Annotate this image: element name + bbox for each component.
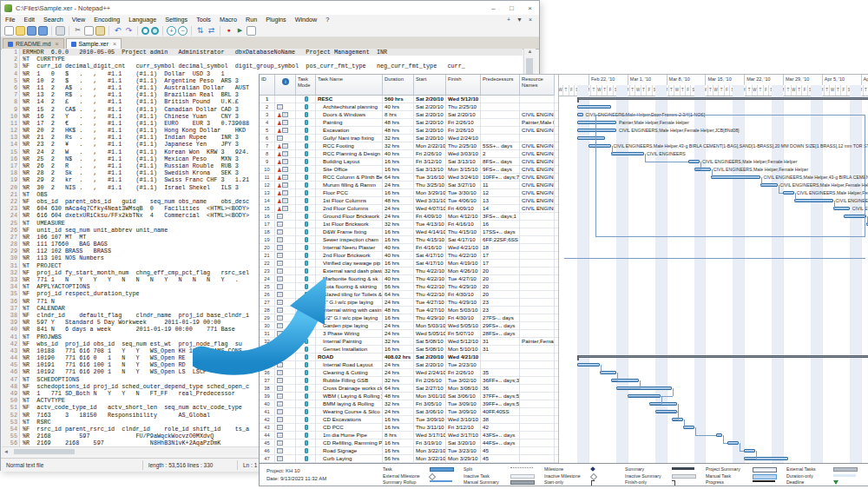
legend-symbol-ext-mile [429, 472, 436, 479]
legend-label: Deadline [786, 479, 804, 485]
close-tab-icon[interactable]: × [529, 17, 532, 23]
column-header-finish[interactable]: Finish [446, 75, 481, 96]
task-row[interactable]: 45CD Refilling, Ramming P16 hrsFri 3/19/… [260, 439, 558, 447]
task-bar[interactable] [577, 105, 610, 109]
column-header-id[interactable]: ID [260, 75, 275, 96]
column-header-resource-names[interactable]: Resource Names [520, 75, 555, 96]
column-header-task-name[interactable]: Task Name [316, 75, 383, 96]
task-row[interactable]: 2Architechtural planning40 hrsSat 2/20/1… [260, 103, 558, 111]
sync-v-icon[interactable]: ⇅ [195, 26, 205, 36]
column-header-start[interactable]: Start [414, 75, 446, 96]
task-row[interactable]: 41Wearing Course & Silco24 hrsSat 3/06/1… [260, 408, 558, 416]
hscroll-thumb[interactable] [14, 449, 75, 454]
column-header-predecessors[interactable]: Predecessors [481, 75, 520, 96]
menu-tools[interactable]: Tools [192, 16, 215, 23]
record-macro-icon[interactable]: ● [224, 26, 233, 36]
menu-file[interactable]: File [1, 16, 20, 23]
task-bar[interactable] [577, 113, 582, 116]
task-row[interactable]: 13♟Floor PCC16 hrsMon 3/29/10Tue 3/30/10… [260, 189, 558, 197]
task-row[interactable]: 42CD Excavations16 hrsTue 3/09/10Wed 3/1… [260, 416, 558, 424]
menu-run[interactable]: Run [241, 16, 261, 23]
tab-sample.xer[interactable]: Sample.xer× [66, 38, 122, 49]
task-row[interactable]: 441m dia Hume Pipe8 hrsWed 3/17/10Wed 3/… [260, 432, 558, 439]
link-line [611, 380, 617, 381]
task-row[interactable]: 16Ground Floor Brickwork24 hrsFri 4/09/1… [260, 213, 558, 221]
cut-icon[interactable]: ✂ [73, 26, 82, 36]
task-row[interactable]: 3♟Doors & Windows8 hrsSat 2/20/10Sat 2/2… [260, 111, 558, 119]
tab-list-icon[interactable]: ▼ [516, 17, 523, 23]
sync-h-icon[interactable]: ⇄ [207, 26, 216, 36]
minimize-icon[interactable]: – [484, 2, 503, 15]
summary-bar[interactable] [577, 355, 868, 358]
task-bar[interactable] [727, 441, 739, 445]
notepadpp-titlebar[interactable]: C:\Files\Sample.xer - Notepad++ – □ × [1, 1, 539, 15]
save-all-icon[interactable] [38, 26, 48, 36]
undo-icon[interactable]: ↶ [113, 26, 122, 36]
task-row[interactable]: 14♟1st Floor Columns48 hrsWed 3/31/10Tue… [260, 197, 558, 205]
menu-encoding[interactable]: Encoding [89, 16, 124, 23]
redo-icon[interactable]: ↷ [124, 26, 134, 36]
tab-close-icon[interactable]: × [55, 41, 58, 47]
menu-help[interactable]: ? [321, 16, 333, 23]
task-bar[interactable] [716, 433, 721, 437]
task-row[interactable]: 43CD PCC16 hrsThu 3/11/10Fri 3/12/1042 [260, 424, 558, 432]
task-bar[interactable] [577, 363, 600, 367]
legend-project-name: Project: KH 10 [266, 467, 326, 475]
task-mode [296, 166, 316, 174]
task-row[interactable]: 40BMM laying & Rolling32 hrsFri 3/05/10T… [260, 400, 558, 408]
task-indicators: ♟ [275, 150, 296, 158]
task-row[interactable]: 171st Floor Brickwork32 hrsTue 4/13/10Fr… [260, 221, 558, 228]
task-row[interactable]: 19Sewer inspection cham16 hrsThu 4/15/10… [260, 236, 558, 244]
task-row[interactable]: 9♟Building Layout16 hrsFri 3/12/10Sat 3/… [260, 158, 558, 166]
menu-search[interactable]: Search [39, 16, 68, 23]
task-row[interactable]: 4♟Painting48 hrsSat 2/20/10Fri 2/26/10Pa… [260, 119, 558, 127]
task-row[interactable]: 6Gully/ Nani trap fixing32 hrsSat 2/20/1… [260, 135, 558, 142]
task-row[interactable]: 15♟2nd Floor Columns24 hrsWed 4/07/10Fri… [260, 205, 558, 213]
task-bar[interactable] [600, 371, 616, 374]
column-header-indicators[interactable]: i [275, 75, 296, 96]
new-tab-icon[interactable]: + [507, 17, 510, 23]
task-start: Tue 4/27/10 [414, 299, 446, 307]
column-header-task-mode[interactable]: Task Mode [296, 75, 316, 96]
task-row[interactable]: 5♟Excavation48 hrsSat 2/20/10Fri 2/26/10… [260, 127, 558, 135]
task-row[interactable]: 38Cross Drainage works cle64 hrsSat 2/27… [260, 385, 558, 393]
link-line [655, 412, 679, 413]
task-row[interactable]: 8♟RCC Planning & Design40 hrsFri 2/26/10… [260, 150, 558, 158]
replace-icon[interactable] [151, 27, 159, 35]
task-row[interactable]: 10♟Site Office16 hrsSat 3/13/10Mon 3/15/… [260, 166, 558, 174]
summary-bar[interactable] [577, 97, 868, 100]
copy-icon[interactable] [84, 26, 94, 36]
column-header-duration[interactable]: Duration [383, 75, 414, 96]
task-bar[interactable] [744, 449, 755, 453]
doc-map-icon[interactable] [247, 26, 256, 36]
close-icon[interactable]: × [521, 2, 539, 15]
menu-settings[interactable]: Settings [161, 16, 192, 23]
task-row[interactable]: 47Curb Laying56 hrsMon 3/22/10Mon 3/29/1… [260, 455, 558, 463]
maximize-icon[interactable]: □ [503, 2, 521, 15]
print-icon[interactable] [56, 26, 65, 36]
task-row[interactable]: 12♟Murum filling & Ramm24 hrsThu 3/25/10… [260, 182, 558, 189]
menu-language[interactable]: Language [124, 16, 161, 23]
play-macro-icon[interactable]: ▶ [235, 26, 245, 36]
menu-macro[interactable]: Macro [215, 16, 241, 23]
save-icon[interactable] [27, 26, 36, 36]
task-finish: Mon 4/26/10 [446, 268, 481, 275]
zoom-in-icon[interactable]: + [167, 26, 176, 36]
task-row[interactable]: 18D&W Frame fixing16 hrsWed 4/14/10Thu 4… [260, 228, 558, 236]
tab-readme.md[interactable]: README.md× [3, 38, 64, 49]
task-row[interactable]: 11♟RCC Column & Plinth Be64 hrsTue 3/16/… [260, 174, 558, 182]
task-row[interactable]: 1RESC560 hrsSat 2/20/10Wed 5/12/10 [260, 96, 558, 103]
menu-view[interactable]: View [68, 16, 89, 23]
tab-close-icon[interactable]: × [113, 41, 116, 47]
open-icon[interactable] [16, 26, 25, 36]
task-row[interactable]: 39WBM ( Laying & Rolling )48 hrsMon 3/01… [260, 393, 558, 400]
menu-window[interactable]: Window [291, 16, 322, 23]
menu-edit[interactable]: Edit [20, 16, 39, 23]
paste-icon[interactable] [95, 26, 105, 36]
find-icon[interactable] [141, 27, 149, 35]
zoom-out-icon[interactable]: − [178, 26, 187, 36]
menu-plugins[interactable]: Plugins [261, 16, 291, 23]
task-row[interactable]: 7♟RCC Footing32 hrsMon 2/22/10Thu 2/25/1… [260, 142, 558, 150]
task-row[interactable]: 46Road Signage16 hrsMon 3/22/10Tue 3/23/… [260, 447, 558, 455]
new-file-icon[interactable] [4, 26, 14, 36]
